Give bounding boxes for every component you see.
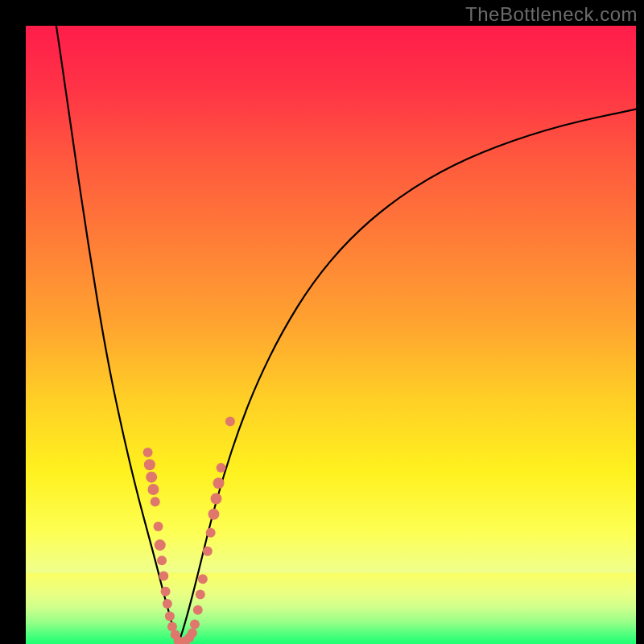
data-point [193, 605, 203, 615]
watermark-label: TheBottleneck.com [465, 3, 638, 26]
bottleneck-plot-svg [26, 26, 636, 644]
data-point [157, 555, 167, 565]
data-point [213, 477, 225, 489]
data-point [159, 572, 168, 581]
chart-canvas: TheBottleneck.com [0, 0, 644, 644]
data-point [163, 599, 172, 609]
gradient-background [26, 26, 636, 644]
data-point [144, 459, 155, 470]
data-point [161, 587, 171, 597]
data-point [190, 619, 200, 629]
data-point [143, 448, 153, 457]
data-point [147, 484, 159, 495]
data-point [153, 522, 163, 531]
data-point [146, 472, 157, 483]
data-point [196, 590, 205, 600]
data-point [203, 547, 213, 556]
plot-area [26, 26, 636, 644]
data-point [188, 628, 197, 638]
data-point [151, 497, 160, 506]
data-point [217, 463, 226, 473]
data-point [211, 493, 222, 505]
data-point [206, 528, 216, 538]
data-point [208, 509, 219, 520]
data-point [225, 417, 235, 427]
bottom-gradient-band [26, 573, 636, 644]
data-point [198, 574, 208, 584]
data-point [165, 611, 175, 621]
data-point [155, 539, 166, 551]
